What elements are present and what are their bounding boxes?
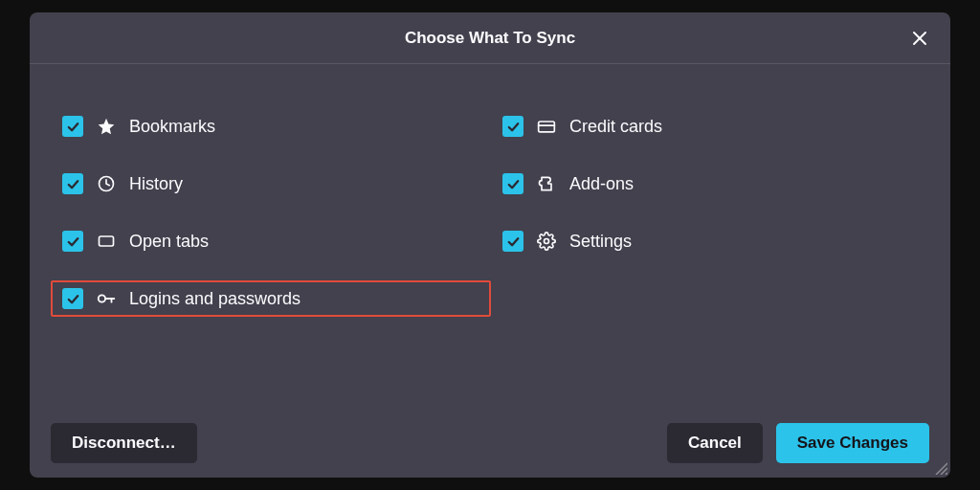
cancel-button[interactable]: Cancel	[667, 423, 763, 463]
dialog-body: Bookmarks History Open tabs	[30, 64, 950, 409]
checkbox-open-tabs[interactable]	[62, 231, 83, 252]
checkbox-addons[interactable]	[502, 173, 523, 194]
check-icon	[506, 234, 521, 249]
svg-point-9	[545, 239, 549, 244]
check-icon	[506, 120, 521, 134]
sync-item-label: Open tabs	[129, 232, 209, 252]
check-icon	[506, 177, 521, 191]
sync-item-label: Settings	[569, 232, 632, 252]
sync-item-label: Add-ons	[569, 174, 634, 194]
sync-dialog: Choose What To Sync Bookmarks	[30, 12, 950, 478]
card-icon	[536, 116, 557, 137]
sync-item-label: Bookmarks	[129, 117, 215, 137]
svg-line-12	[946, 473, 947, 475]
check-icon	[66, 177, 80, 191]
dialog-title: Choose What To Sync	[405, 29, 575, 48]
sync-item-addons[interactable]: Add-ons	[491, 166, 931, 202]
check-icon	[66, 120, 80, 134]
resize-grip[interactable]	[932, 459, 947, 475]
checkbox-settings[interactable]	[502, 231, 523, 252]
svg-point-4	[99, 295, 105, 301]
key-icon	[96, 288, 117, 309]
tabs-icon	[96, 231, 117, 252]
checkbox-history[interactable]	[62, 173, 83, 194]
checkbox-credit-cards[interactable]	[502, 116, 523, 137]
sync-item-logins[interactable]: Logins and passwords	[51, 280, 491, 317]
sync-item-credit-cards[interactable]: Credit cards	[491, 108, 931, 145]
gear-icon	[536, 231, 557, 252]
dialog-footer: Disconnect… Cancel Save Changes	[30, 409, 950, 478]
sync-item-label: Credit cards	[569, 117, 662, 137]
check-icon	[66, 234, 80, 249]
checkbox-logins[interactable]	[62, 288, 83, 309]
addon-icon	[536, 173, 557, 194]
check-icon	[66, 292, 80, 306]
sync-item-label: Logins and passwords	[129, 289, 301, 309]
sync-item-label: History	[129, 174, 183, 194]
save-button[interactable]: Save Changes	[776, 423, 929, 463]
dialog-header: Choose What To Sync	[30, 12, 950, 64]
sync-item-bookmarks[interactable]: Bookmarks	[51, 108, 491, 145]
sync-item-open-tabs[interactable]: Open tabs	[51, 223, 491, 259]
clock-icon	[96, 173, 117, 194]
svg-rect-3	[100, 236, 114, 246]
disconnect-button[interactable]: Disconnect…	[51, 423, 197, 463]
sync-item-settings[interactable]: Settings	[491, 223, 931, 259]
sync-column-left: Bookmarks History Open tabs	[49, 108, 491, 390]
star-icon	[96, 116, 117, 137]
svg-rect-7	[539, 122, 555, 132]
close-button[interactable]	[906, 25, 933, 52]
close-icon	[911, 30, 928, 47]
sync-column-right: Credit cards Add-ons Settings	[491, 108, 931, 390]
sync-item-history[interactable]: History	[51, 166, 491, 202]
checkbox-bookmarks[interactable]	[62, 116, 83, 137]
